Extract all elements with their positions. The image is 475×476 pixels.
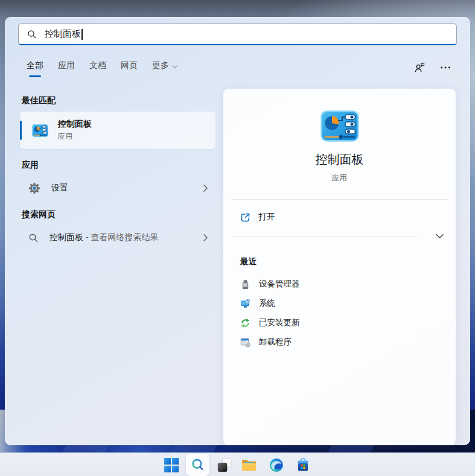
taskbar-file-explorer-button[interactable] <box>241 457 257 472</box>
recent-item-uninstall-program[interactable]: 卸载程序 <box>233 332 446 352</box>
system-monitor-icon <box>240 299 250 309</box>
search-filter-tabs: 全部 应用 文档 网页 更多 <box>27 60 178 77</box>
account-icon[interactable] <box>414 62 426 73</box>
best-match-subtitle: 应用 <box>58 132 92 142</box>
best-match-title: 控制面板 <box>58 119 92 130</box>
installed-updates-icon <box>240 318 250 328</box>
tab-apps[interactable]: 应用 <box>58 60 75 77</box>
windows-logo-icon <box>164 458 179 472</box>
search-input-value: 控制面板 <box>45 28 81 40</box>
folder-icon <box>241 459 257 472</box>
chevron-down-icon <box>172 65 178 69</box>
taskbar <box>0 452 475 476</box>
divider <box>232 236 418 237</box>
recent-header: 最近 <box>240 256 257 267</box>
text-cursor <box>81 29 83 40</box>
tab-all[interactable]: 全部 <box>27 60 43 77</box>
edge-browser-icon <box>269 458 284 472</box>
device-manager-icon <box>240 279 250 290</box>
apps-section-header: 应用 <box>22 160 39 171</box>
preview-panel: 控制面板 应用 打开 最近 设备管理器 系统 已安装更新 <box>223 89 456 445</box>
taskbar-search-button[interactable] <box>190 457 205 472</box>
taskbar-edge-button[interactable] <box>269 457 284 472</box>
control-panel-icon <box>32 124 48 138</box>
tab-documents[interactable]: 文档 <box>89 60 106 77</box>
result-item-web-search[interactable]: 控制面板 - 查看网络搜索结果 <box>20 224 215 251</box>
best-match-header: 最佳匹配 <box>22 95 56 106</box>
open-action[interactable]: 打开 <box>232 206 447 229</box>
divider <box>232 199 447 200</box>
tab-more[interactable]: 更多 <box>152 60 178 77</box>
search-input[interactable]: 控制面板 <box>18 24 457 45</box>
taskbar-store-button[interactable] <box>295 457 310 472</box>
taskbar-task-view-button[interactable] <box>217 457 232 472</box>
result-item-settings[interactable]: 设置 <box>20 175 215 202</box>
preview-subtitle: 应用 <box>223 173 456 183</box>
recent-item-installed-updates[interactable]: 已安装更新 <box>233 313 446 332</box>
open-external-icon <box>240 212 250 223</box>
search-icon <box>27 30 37 39</box>
preview-title: 控制面板 <box>223 151 456 168</box>
tab-web[interactable]: 网页 <box>121 60 138 77</box>
settings-label: 设置 <box>51 183 68 194</box>
recent-item-system[interactable]: 系统 <box>233 294 446 313</box>
collapse-chevron-icon[interactable] <box>434 230 445 241</box>
task-view-icon <box>217 458 232 472</box>
search-magnifier-icon <box>190 457 205 472</box>
web-section-header: 搜索网页 <box>22 209 56 220</box>
web-query: 控制面板 <box>49 232 83 242</box>
chevron-right-icon <box>203 184 208 192</box>
selection-accent-bar <box>20 121 22 140</box>
microsoft-store-icon <box>296 458 310 472</box>
search-icon <box>28 233 39 243</box>
control-panel-icon-large <box>320 110 359 142</box>
open-label: 打开 <box>258 212 275 223</box>
taskbar-start-button[interactable] <box>164 457 179 472</box>
search-flyout: 控制面板 全部 应用 文档 网页 更多 最佳匹配 控制面板 应用 <box>5 17 470 445</box>
more-options-icon[interactable] <box>440 66 451 69</box>
recent-item-device-manager[interactable]: 设备管理器 <box>233 274 446 294</box>
desktop: 控制面板 全部 应用 文档 网页 更多 最佳匹配 控制面板 应用 <box>0 0 475 476</box>
uninstall-program-icon <box>240 337 250 347</box>
best-match-item-control-panel[interactable]: 控制面板 应用 <box>20 112 215 149</box>
chevron-right-icon <box>203 233 208 242</box>
settings-gear-icon <box>28 182 40 194</box>
web-query-suffix: - 查看网络搜索结果 <box>83 232 158 242</box>
